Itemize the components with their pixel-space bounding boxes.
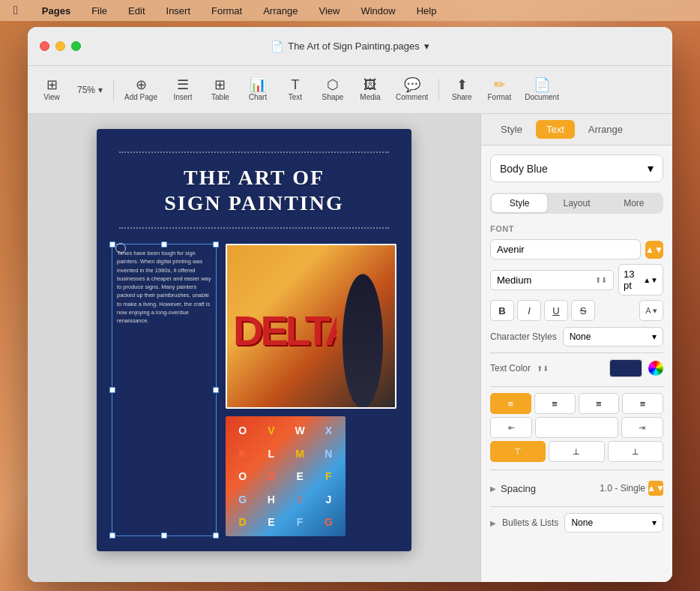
strikethrough-button[interactable]: S	[571, 300, 595, 321]
view-label: View	[43, 93, 60, 101]
underline-button[interactable]: U	[544, 300, 568, 321]
menu-help[interactable]: Help	[412, 4, 441, 18]
resize-handle-bl[interactable]	[109, 532, 115, 538]
panel-divider-2	[490, 386, 663, 387]
font-weight-value: Medium	[497, 274, 531, 286]
menu-arrange[interactable]: Arrange	[259, 4, 302, 18]
shape-label: Shape	[322, 93, 344, 101]
deco-line-top	[119, 152, 389, 153]
align-center-button[interactable]: ≡	[534, 393, 576, 414]
font-weight-select[interactable]: Medium ⬆⬇	[490, 270, 614, 290]
body-text: Times have been tough for sign painters.…	[117, 249, 211, 325]
font-name-select[interactable]: Avenir	[490, 239, 641, 260]
menu-format[interactable]: Format	[207, 4, 247, 18]
chart-icon: 📊	[250, 78, 266, 92]
align-right-button[interactable]: ≡	[579, 393, 620, 414]
letters-collage-image[interactable]: O V W X K L M N O D E F	[226, 416, 346, 536]
comment-tool[interactable]: 💬 Comment	[390, 75, 434, 104]
menu-file[interactable]: File	[87, 4, 112, 18]
chart-tool[interactable]: 📊 Chart	[240, 75, 276, 104]
resize-handle-mr[interactable]	[213, 387, 219, 393]
insert-tool[interactable]: ☰ Insert	[165, 75, 201, 104]
text-color-chevron-icon: ⬆⬇	[537, 364, 549, 373]
align-justify-button[interactable]: ≡	[622, 393, 663, 414]
main-area: The Art of Sign Painting	[28, 114, 672, 582]
tab-arrange[interactable]: Arrange	[578, 120, 633, 139]
resize-handle-ml[interactable]	[109, 387, 115, 393]
shape-tool[interactable]: ⬡ Shape	[315, 75, 351, 104]
char-styles-select[interactable]: None ▾	[563, 327, 663, 346]
text-box[interactable]: Times have been tough for sign painters.…	[112, 244, 217, 536]
resize-handle-tm[interactable]	[161, 242, 167, 248]
add-page-tool[interactable]: ⊕ Add Page	[118, 75, 163, 104]
resize-handle-tl[interactable]	[109, 242, 115, 248]
menu-edit[interactable]: Edit	[124, 4, 149, 18]
maximize-button[interactable]	[71, 41, 81, 51]
document-label: Document	[525, 93, 559, 101]
text-color-label: Text Color	[490, 363, 531, 374]
font-section-label: Font	[490, 224, 663, 233]
align-left-button[interactable]: ≡	[490, 393, 531, 414]
font-size-input[interactable]: 13 pt ▲▼	[618, 264, 663, 296]
bullets-chevron-icon-2: ▾	[652, 518, 657, 528]
italic-button[interactable]: I	[517, 300, 541, 321]
spacing-stepper[interactable]: ▲▼	[648, 481, 663, 496]
minimize-button[interactable]	[55, 41, 65, 51]
letter-cell: V	[257, 419, 285, 442]
spacing-value-row: 1.0 - Single ▲▼	[600, 481, 663, 496]
format-tool[interactable]: ✏ Format	[481, 75, 517, 104]
text-color-swatch[interactable]	[609, 359, 642, 377]
spacing-value: 1.0 - Single	[600, 483, 645, 494]
sub-tabs: Style Layout More	[490, 193, 663, 214]
resize-handle-tr[interactable]	[213, 242, 219, 248]
style-dropdown[interactable]: Body Blue ▾	[490, 154, 663, 182]
toolbar-divider-2	[438, 79, 439, 101]
table-label: Table	[211, 93, 229, 101]
document-tool[interactable]: 📄 Document	[519, 75, 565, 104]
menu-pages[interactable]: Pages	[37, 4, 75, 18]
media-tool[interactable]: 🖼 Media	[352, 75, 388, 104]
font-weight-row: Medium ⬆⬇ 13 pt ▲▼	[490, 264, 663, 296]
text-tool[interactable]: T Text	[277, 75, 313, 104]
tab-text[interactable]: Text	[536, 120, 575, 139]
indent-spacer	[535, 417, 618, 438]
share-tool[interactable]: ⬆ Share	[444, 75, 480, 104]
bullets-label: Bullets & Lists	[502, 518, 558, 528]
font-name-arrow[interactable]: ▲▼	[645, 241, 663, 259]
title-chevron[interactable]: ▾	[424, 40, 429, 52]
menu-insert[interactable]: Insert	[162, 4, 196, 18]
resize-handle-br[interactable]	[213, 532, 219, 538]
decrease-indent-button[interactable]: ⇤	[490, 417, 532, 438]
valign-bottom-button[interactable]: ⊥	[608, 441, 663, 462]
format-label: Format	[487, 93, 511, 101]
color-wheel-icon[interactable]	[648, 361, 663, 376]
increase-indent-button[interactable]: ⇥	[621, 417, 663, 438]
letter-cell: F	[286, 512, 314, 534]
valign-top-button[interactable]: ⊤	[490, 441, 546, 462]
sub-tab-layout[interactable]: Layout	[549, 194, 604, 212]
menu-view[interactable]: View	[314, 4, 344, 18]
share-icon: ⬆	[456, 78, 468, 92]
tab-style[interactable]: Style	[490, 120, 533, 139]
resize-handle-bm[interactable]	[161, 532, 167, 538]
menu-window[interactable]: Window	[356, 4, 399, 18]
canvas-area[interactable]: The Art of Sign Painting	[28, 114, 480, 582]
valign-middle-button[interactable]: ⊥	[549, 441, 604, 462]
spacing-header[interactable]: ▶ Spacing 1.0 - Single ▲▼	[490, 476, 663, 500]
indent-row: ⇤ ⇥	[490, 417, 663, 438]
view-tool[interactable]: ⊞ View	[34, 75, 70, 104]
text-format-color-button[interactable]: A ▾	[639, 300, 663, 321]
bold-button[interactable]: B	[490, 300, 514, 321]
document-page[interactable]: The Art of Sign Painting	[97, 129, 411, 551]
dropdown-arrow-icon: ▾	[653, 306, 657, 316]
share-label: Share	[452, 93, 472, 101]
sub-tab-style[interactable]: Style	[492, 194, 547, 212]
main-painting-image[interactable]: DELTA	[226, 244, 396, 409]
bullets-select[interactable]: None ▾	[564, 513, 663, 532]
zoom-control[interactable]: 75% ▾	[71, 82, 109, 98]
table-tool[interactable]: ⊞ Table	[202, 75, 238, 104]
letter-cell: F	[315, 465, 343, 488]
sub-tab-more[interactable]: More	[606, 194, 662, 212]
apple-logo[interactable]: 	[9, 2, 22, 19]
close-button[interactable]	[40, 41, 49, 51]
